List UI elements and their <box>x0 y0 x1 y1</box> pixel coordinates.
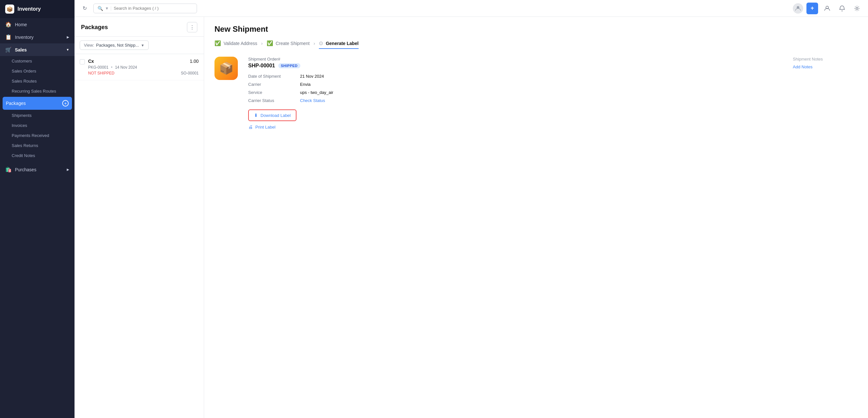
field-label-3: Carrier Status <box>248 98 300 103</box>
step-validate-address[interactable]: ✅ Validate Address <box>215 40 257 46</box>
field-label-2: Service <box>248 90 300 95</box>
package-name: Cx <box>88 59 94 64</box>
sidebar-item-credit-notes[interactable]: Credit Notes <box>0 151 74 161</box>
recurring-sales-routes-label: Recurring Sales Routes <box>12 89 56 94</box>
package-date: 14 Nov 2024 <box>115 65 137 70</box>
sidebar-label-sales: Sales <box>15 47 27 53</box>
filter-chevron-icon: ▼ <box>141 43 145 47</box>
field-label-0: Date of Shipment <box>248 74 300 79</box>
packages-filter-dropdown[interactable]: View: Packages, Not Shipp... ▼ <box>80 40 149 50</box>
topbar: ↻ 🔍 ▼ + <box>74 0 868 17</box>
sidebar-item-shipments[interactable]: Shipments <box>0 110 74 121</box>
packages-filter: View: Packages, Not Shipp... ▼ <box>74 37 204 54</box>
package-so-ref: SO-00001 <box>181 71 198 75</box>
sidebar: 📦 Inventory 🏠 Home 📋 Inventory ▶ 🛒 Sales… <box>0 0 74 418</box>
step-label-create: Create Shipment <box>276 41 310 46</box>
sidebar-item-invoices[interactable]: Invoices <box>0 121 74 130</box>
package-meta: PKG-00001 • 14 Nov 2024 <box>88 65 198 70</box>
step-arrow-2: › <box>314 41 315 46</box>
sidebar-label-inventory: Inventory <box>15 35 34 40</box>
content-area: Packages ⋮ View: Packages, Not Shipp... … <box>74 17 868 418</box>
sales-orders-label: Sales Orders <box>12 69 36 73</box>
steps-bar: ✅ Validate Address › ✅ Create Shipment ›… <box>215 40 858 46</box>
sidebar-item-packages[interactable]: Packages + <box>3 97 72 110</box>
sidebar-item-recurring-sales-routes[interactable]: Recurring Sales Routes <box>0 86 74 96</box>
package-status: NOT SHIPPED <box>88 71 114 75</box>
settings-icon[interactable] <box>851 3 863 14</box>
purchases-chevron-icon: ▶ <box>67 168 69 171</box>
packages-add-icon[interactable]: + <box>62 100 69 106</box>
package-item[interactable]: Cx 1.00 PKG-00001 • 14 Nov 2024 NOT SHIP… <box>74 54 204 80</box>
field-value-0: 21 Nov 2024 <box>300 74 782 79</box>
action-buttons: ⬇ Download Label 🖨 Print Label <box>248 109 782 130</box>
sidebar-item-sales-orders[interactable]: Sales Orders <box>0 66 74 76</box>
sales-routes-label: Sales Routes <box>12 79 37 84</box>
package-qty: 1.00 <box>190 59 198 64</box>
packages-menu-button[interactable]: ⋮ <box>187 22 197 32</box>
customers-label: Customers <box>12 59 32 63</box>
topbar-actions: + <box>793 3 863 14</box>
package-status-row: NOT SHIPPED SO-00001 <box>88 71 198 75</box>
search-bar[interactable]: 🔍 ▼ <box>93 4 197 13</box>
notes-title: Shipment Notes <box>793 57 858 62</box>
add-notes-link[interactable]: Add Notes <box>793 64 813 69</box>
download-label-button[interactable]: ⬇ Download Label <box>248 109 297 121</box>
sales-returns-label: Sales Returns <box>12 143 38 148</box>
sidebar-item-sales[interactable]: 🛒 Sales ▼ <box>0 43 74 56</box>
step-arrow-1: › <box>261 41 263 46</box>
shipment-icon: 📦 <box>215 57 238 80</box>
sales-chevron-icon: ▼ <box>66 48 69 52</box>
detail-pane: New Shipment ✅ Validate Address › ✅ Crea… <box>204 17 868 418</box>
packages-pane: Packages ⋮ View: Packages, Not Shipp... … <box>74 17 204 418</box>
package-id: PKG-00001 <box>88 65 108 70</box>
credit-notes-label: Credit Notes <box>12 153 35 158</box>
shipment-order-label: Shipment Order# <box>248 57 782 62</box>
sales-icon: 🛒 <box>5 46 12 53</box>
packages-title: Packages <box>81 24 108 31</box>
search-icon: 🔍 <box>97 6 103 11</box>
packages-label: Packages <box>6 101 26 106</box>
step-active-icon: ⊙ <box>319 40 323 46</box>
step-label-validate: Validate Address <box>223 41 257 46</box>
shipment-card: 📦 Shipment Order# SHP-00001 SHIPPED Date… <box>215 57 858 130</box>
step-label-generate: Generate Label <box>326 41 358 46</box>
shipment-id: SHP-00001 <box>248 63 275 69</box>
print-label-text: Print Label <box>255 125 275 130</box>
purchases-icon: 🛍️ <box>5 166 12 172</box>
filter-value: Packages, Not Shipp... <box>96 43 139 47</box>
sidebar-item-sales-returns[interactable]: Sales Returns <box>0 140 74 151</box>
invoices-label: Invoices <box>12 123 27 128</box>
packages-list: Cx 1.00 PKG-00001 • 14 Nov 2024 NOT SHIP… <box>74 54 204 418</box>
app-logo: 📦 Inventory <box>0 0 74 18</box>
step-create-shipment[interactable]: ✅ Create Shipment <box>267 40 310 46</box>
field-value-2: ups - two_day_air <box>300 90 782 95</box>
sidebar-item-sales-routes[interactable]: Sales Routes <box>0 76 74 86</box>
print-label-button[interactable]: 🖨 Print Label <box>248 124 275 130</box>
avatar <box>793 3 803 13</box>
shipments-label: Shipments <box>12 113 31 118</box>
search-input[interactable] <box>114 6 193 11</box>
home-icon: 🏠 <box>5 21 12 28</box>
shipment-left: 📦 <box>215 57 238 80</box>
shipped-badge: SHIPPED <box>278 63 300 68</box>
sidebar-item-customers[interactable]: Customers <box>0 56 74 66</box>
step-generate-label[interactable]: ⊙ Generate Label <box>319 40 358 46</box>
svg-point-2 <box>856 7 858 9</box>
refresh-button[interactable]: ↻ <box>80 4 89 13</box>
user-icon[interactable] <box>822 3 833 14</box>
sidebar-item-inventory[interactable]: 📋 Inventory ▶ <box>0 31 74 43</box>
add-button[interactable]: + <box>806 3 818 14</box>
sidebar-item-purchases[interactable]: 🛍️ Purchases ▶ <box>0 163 74 176</box>
field-value-3-link[interactable]: Check Status <box>300 98 782 103</box>
package-checkbox[interactable] <box>80 59 85 64</box>
step-completed-icon-2: ✅ <box>267 40 273 46</box>
download-icon: ⬇ <box>254 113 258 118</box>
sidebar-item-home[interactable]: 🏠 Home <box>0 18 74 31</box>
sidebar-label-home: Home <box>15 22 27 27</box>
notifications-icon[interactable] <box>836 3 848 14</box>
download-label-text: Download Label <box>260 113 291 118</box>
search-dropdown-arrow[interactable]: ▼ <box>105 6 111 11</box>
sidebar-item-payments-received[interactable]: Payments Received <box>0 130 74 140</box>
step-completed-icon-1: ✅ <box>215 40 221 46</box>
field-value-1: Envia <box>300 82 782 87</box>
